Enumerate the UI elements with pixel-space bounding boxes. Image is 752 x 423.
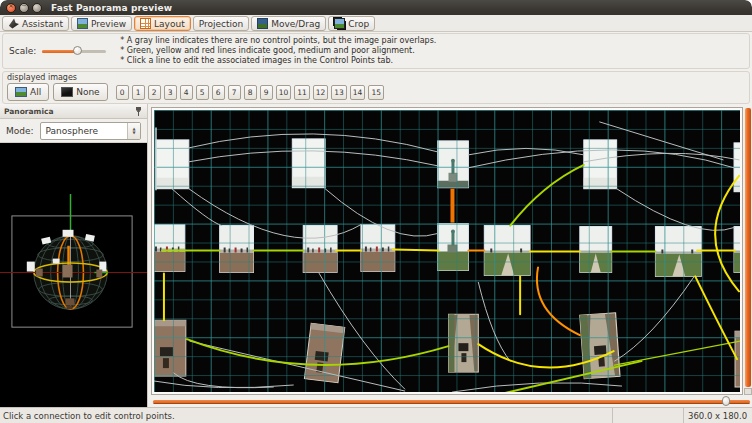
panosphere-preview[interactable] — [0, 143, 147, 407]
image-toggle-button-11[interactable]: 11 — [294, 85, 310, 100]
scale-slider-fill — [42, 50, 77, 53]
show-all-button[interactable]: All — [7, 83, 49, 101]
tab-label: Crop — [348, 19, 369, 29]
scrollbar-corner-button[interactable] — [744, 388, 752, 395]
image-toggle-button-7[interactable]: 7 — [228, 85, 241, 100]
legend-help-text: * A gray line indicates there are no con… — [120, 36, 436, 66]
image-toggle-button-5[interactable]: 5 — [196, 85, 209, 100]
scale-label: Scale: — [9, 46, 36, 56]
image-toggle-button-15[interactable]: 15 — [368, 85, 384, 100]
vertical-scrollbar-thumb[interactable] — [745, 108, 751, 387]
image-toggle-button-8[interactable]: 8 — [244, 85, 257, 100]
mode-label: Mode: — [6, 126, 34, 136]
panel-header[interactable]: Panoramica — [0, 104, 147, 119]
image-toggle-button-12[interactable]: 12 — [313, 85, 329, 100]
mode-row: Mode: Panosphere ▲▼ — [0, 119, 147, 143]
scale-slider[interactable] — [42, 45, 106, 57]
image-toggle-button-13[interactable]: 13 — [331, 85, 347, 100]
none-images-icon — [61, 87, 73, 97]
yaw-slider-handle[interactable] — [722, 396, 730, 406]
tab-layout[interactable]: Layout — [134, 16, 191, 31]
tab-assistant[interactable]: Assistant — [2, 16, 69, 31]
tab-move-drag[interactable]: Move/Drag — [251, 16, 326, 31]
layout-grid-icon — [140, 18, 151, 29]
mode-value: Panosphere — [41, 126, 127, 136]
displayed-images-label: displayed images — [7, 73, 745, 82]
image-toggle-button-10[interactable]: 10 — [276, 85, 292, 100]
panorama-layout-canvas[interactable] — [154, 110, 740, 392]
tab-preview[interactable]: Preview — [71, 16, 132, 31]
scale-slider-handle[interactable] — [73, 46, 82, 55]
fast-panorama-preview-window: × − Fast Panorama preview Assistant Prev… — [0, 0, 752, 423]
image-toggle-button-9[interactable]: 9 — [260, 85, 273, 100]
image-toggle-button-2[interactable]: 2 — [148, 85, 161, 100]
help-line-colors: * Green, yellow and red lines indicate g… — [120, 46, 436, 56]
image-toggle-button-14[interactable]: 14 — [350, 85, 366, 100]
all-button-label: All — [30, 87, 41, 97]
tab-label: Layout — [154, 19, 185, 29]
tab-projection[interactable]: Projection — [193, 16, 250, 31]
scale-toolbar: Scale: * A gray line indicates there are… — [2, 33, 750, 69]
status-spacer — [612, 408, 683, 423]
move-drag-icon — [257, 18, 268, 29]
yaw-slider-track[interactable] — [153, 400, 750, 403]
none-button-label: None — [76, 87, 99, 97]
image-toggle-button-6[interactable]: 6 — [212, 85, 225, 100]
panosphere-panel: Panoramica Mode: Panosphere ▲▼ — [0, 104, 148, 407]
status-bar: Click a connection to edit control point… — [0, 407, 752, 423]
help-line-click: * Click a line to edit the associated im… — [120, 56, 436, 66]
crop-icon — [334, 18, 345, 29]
window-maximize-button[interactable] — [32, 3, 42, 13]
window-minimize-button[interactable]: − — [19, 3, 29, 13]
image-number-buttons: 0123456789101112131415 — [116, 85, 384, 100]
tab-label: Projection — [199, 19, 244, 29]
combobox-spinner-icon[interactable]: ▲▼ — [127, 123, 140, 139]
image-toggle-button-0[interactable]: 0 — [116, 85, 129, 100]
show-none-button[interactable]: None — [53, 83, 107, 101]
preview-image-icon — [77, 18, 88, 29]
canvas-area — [148, 104, 752, 407]
all-images-icon — [15, 87, 27, 97]
main-content: Panoramica Mode: Panosphere ▲▼ — [0, 104, 752, 407]
image-toggle-button-1[interactable]: 1 — [132, 85, 145, 100]
pano-size-value: 360.0 x 180.0 — [683, 408, 752, 423]
displayed-images-group: displayed images All None 01234567891011… — [2, 71, 750, 104]
tab-label: Preview — [91, 19, 126, 29]
canvas-frame — [151, 107, 743, 395]
window-close-button[interactable]: × — [6, 3, 16, 13]
image-toggle-button-3[interactable]: 3 — [164, 85, 177, 100]
vertical-scrollbar[interactable] — [744, 107, 752, 395]
title-bar[interactable]: × − Fast Panorama preview — [0, 0, 752, 15]
tab-label: Move/Drag — [271, 19, 320, 29]
tab-bar: Assistant Preview Layout Projection Move… — [0, 15, 752, 32]
tab-crop[interactable]: Crop — [328, 16, 375, 31]
image-toggle-button-4[interactable]: 4 — [180, 85, 193, 100]
assistant-icon — [8, 18, 19, 29]
pin-icon[interactable] — [134, 106, 143, 117]
status-message: Click a connection to edit control point… — [0, 411, 612, 421]
yaw-slider[interactable] — [151, 395, 752, 407]
mode-combobox[interactable]: Panosphere ▲▼ — [40, 122, 141, 140]
tab-label: Assistant — [22, 19, 63, 29]
help-line-gray: * A gray line indicates there are no con… — [120, 36, 436, 46]
panel-title: Panoramica — [4, 107, 134, 116]
window-title: Fast Panorama preview — [51, 3, 172, 13]
